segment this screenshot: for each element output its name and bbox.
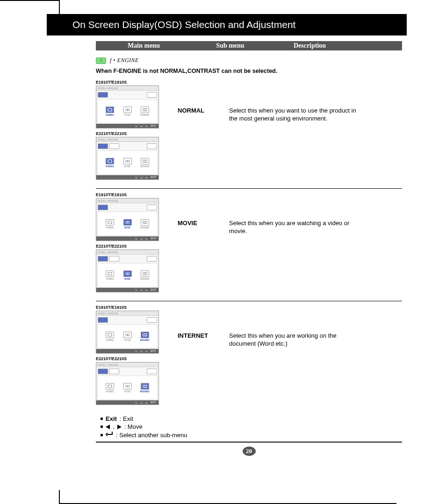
legend: Exit: Exit , : Move : Select another sub… — [101, 415, 402, 439]
model-label: E1910T/E1910S — [96, 192, 164, 197]
movie-icon — [123, 383, 132, 390]
legend-exit: Exit: Exit — [101, 415, 402, 422]
fengine-icon: f — [96, 57, 106, 64]
submenu-name: INTERNET — [178, 304, 215, 408]
movie-icon — [123, 106, 132, 113]
model-label: E2210T/E2210S — [96, 356, 164, 361]
osd-option-normal: NORMAL — [105, 219, 115, 229]
model-label: E2210T/E2210S — [96, 131, 164, 136]
normal-icon — [106, 219, 114, 226]
page: On Screen Display(OSD) Selection and Adj… — [47, 14, 407, 456]
crop-mark — [0, 0, 60, 1]
fengine-heading: f f • ENGINE — [96, 57, 402, 64]
mode-description: Select this when you are watching a vide… — [229, 192, 365, 295]
mode-section-normal: E1910T/E1910SMODE ▸ f•ENGINENORMALMOVIEI… — [96, 76, 402, 189]
bottom-divider — [96, 441, 402, 443]
movie-icon — [123, 219, 132, 226]
table-header-row: Main menu Sub menu Description — [96, 41, 402, 50]
movie-icon — [123, 332, 132, 338]
submenu-name: NORMAL — [178, 79, 215, 183]
screenshots-column: E1910T/E1910SMODE ▸ f•ENGINENORMALMOVIEI… — [96, 79, 164, 183]
mode-description: Select this when you are working on the … — [229, 304, 365, 408]
page-title: On Screen Display(OSD) Selection and Adj… — [47, 14, 407, 35]
osd-option-movie: MOVIE — [122, 158, 133, 168]
svg-rect-0 — [108, 108, 112, 111]
svg-rect-25 — [108, 385, 112, 388]
internet-icon — [141, 158, 149, 164]
svg-rect-5 — [108, 160, 112, 163]
screenshots-column: E1910T/E1910SMODE ▸ f•ENGINENORMALMOVIEI… — [96, 192, 164, 295]
osd-screenshot: MODE ▸ f•ENGINENORMALMOVIEINTERNET↥◂▸EXI… — [96, 137, 159, 180]
submenu-name: MOVIE — [178, 192, 215, 295]
internet-icon — [141, 383, 149, 390]
model-label: E2210T/E2210S — [96, 244, 164, 248]
model-label: E1910T/E1910S — [96, 80, 164, 85]
osd-option-internet: INTERNET — [140, 106, 150, 116]
osd-option-normal: NORMAL — [105, 106, 115, 116]
model-label: E1910T/E1910S — [96, 305, 164, 310]
osd-option-movie: MOVIE — [122, 106, 133, 116]
col-description: Description — [269, 41, 351, 50]
mode-section-internet: E1910T/E1910SMODE ▸ f•ENGINENORMALMOVIEI… — [96, 301, 402, 413]
internet-icon — [141, 332, 149, 338]
bullet-icon — [101, 418, 103, 420]
left-arrow-icon — [106, 425, 110, 429]
osd-option-internet: INTERNET — [140, 383, 150, 393]
svg-rect-20 — [108, 334, 112, 336]
internet-icon — [141, 219, 149, 226]
movie-icon — [123, 270, 132, 277]
osd-screenshot: MODE ▸ f•ENGINENORMALMOVIEINTERNET↥◂▸EXI… — [96, 362, 159, 405]
contrast-note: When F-ENGINE is not NORMAL,CONTRAST can… — [96, 68, 402, 74]
normal-icon — [106, 270, 114, 277]
osd-option-internet: INTERNET — [140, 158, 150, 168]
osd-option-normal: NORMAL — [105, 332, 115, 341]
content-area: Main menu Sub menu Description f f • ENG… — [47, 41, 407, 456]
col-sub-menu: Sub menu — [192, 41, 269, 50]
col-main-menu: Main menu — [96, 41, 192, 50]
screenshots-column: E1910T/E1910SMODE ▸ f•ENGINENORMALMOVIEI… — [96, 304, 164, 408]
osd-screenshot: MODE ▸ f•ENGINENORMALMOVIEINTERNET↥◂▸EXI… — [96, 311, 159, 354]
osd-option-normal: NORMAL — [105, 158, 115, 168]
osd-option-movie: MOVIE — [122, 383, 133, 393]
page-number: 20 — [243, 447, 256, 456]
mode-description: Select this when you want to use the pro… — [229, 79, 365, 183]
crop-mark — [59, 490, 60, 504]
internet-icon — [141, 270, 149, 277]
osd-screenshot: MODE ▸ f•ENGINENORMALMOVIEINTERNET↥◂▸EXI… — [96, 198, 159, 241]
return-arrow-icon — [106, 431, 113, 439]
right-arrow-icon — [117, 425, 122, 429]
crop-mark — [59, 0, 60, 14]
osd-option-normal: NORMAL — [105, 383, 115, 393]
osd-option-movie: MOVIE — [122, 332, 133, 341]
bullet-icon — [101, 434, 103, 436]
osd-option-movie: MOVIE — [122, 219, 133, 229]
osd-screenshot: MODE ▸ f•ENGINENORMALMOVIEINTERNET↥◂▸EXI… — [96, 249, 159, 292]
normal-icon — [106, 332, 114, 338]
bullet-icon — [101, 426, 103, 428]
svg-rect-10 — [108, 221, 112, 224]
movie-icon — [123, 158, 132, 164]
osd-screenshot: MODE ▸ f•ENGINENORMALMOVIEINTERNET↥◂▸EXI… — [96, 85, 159, 128]
osd-option-internet: INTERNET — [140, 270, 150, 280]
fengine-label: f • ENGINE — [110, 57, 139, 64]
normal-icon — [106, 106, 114, 113]
osd-option-movie: MOVIE — [122, 270, 133, 280]
osd-option-internet: INTERNET — [140, 332, 150, 341]
mode-section-movie: E1910T/E1910SMODE ▸ f•ENGINENORMALMOVIEI… — [96, 189, 402, 301]
normal-icon — [106, 383, 114, 390]
osd-option-internet: INTERNET — [140, 219, 150, 229]
legend-submenu: : Select another sub-menu — [101, 431, 402, 439]
internet-icon — [141, 106, 149, 113]
normal-icon — [106, 158, 114, 164]
svg-rect-15 — [108, 272, 112, 275]
legend-move: , : Move — [101, 423, 402, 430]
osd-option-normal: NORMAL — [105, 270, 115, 280]
